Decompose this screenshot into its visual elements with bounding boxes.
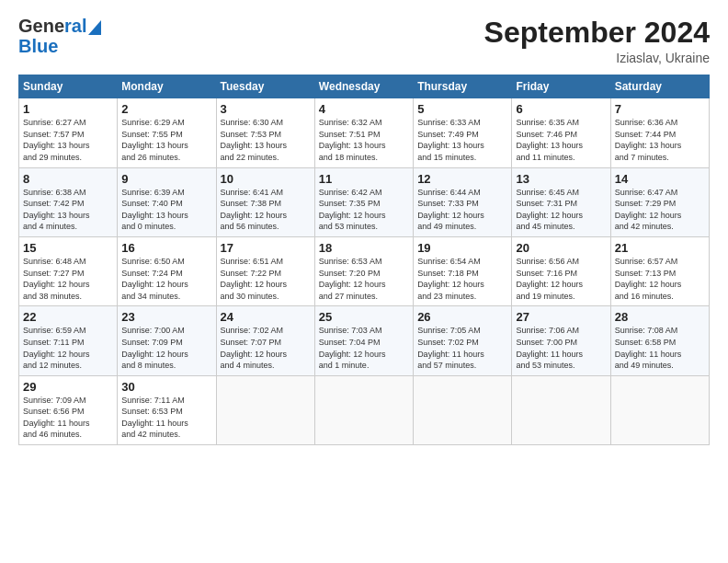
location: Iziaslav, Ukraine — [484, 51, 710, 65]
day-detail: Sunrise: 6:57 AMSunset: 7:13 PMDaylight:… — [615, 256, 705, 302]
calendar-table: SundayMondayTuesdayWednesdayThursdayFrid… — [18, 75, 710, 445]
day-detail: Sunrise: 6:51 AMSunset: 7:22 PMDaylight:… — [221, 256, 311, 302]
calendar-cell: 17Sunrise: 6:51 AMSunset: 7:22 PMDayligh… — [216, 236, 314, 305]
day-detail: Sunrise: 6:53 AMSunset: 7:20 PMDaylight:… — [319, 256, 409, 302]
day-number: 6 — [516, 102, 606, 116]
day-number: 10 — [221, 172, 311, 186]
day-number: 22 — [23, 310, 113, 324]
calendar-cell: 6Sunrise: 6:35 AMSunset: 7:46 PMDaylight… — [512, 98, 610, 167]
day-number: 24 — [221, 310, 311, 324]
day-detail: Sunrise: 7:11 AMSunset: 6:53 PMDaylight:… — [121, 395, 211, 441]
calendar-cell — [414, 375, 512, 444]
calendar-cell: 15Sunrise: 6:48 AMSunset: 7:27 PMDayligh… — [19, 236, 118, 305]
weekday-header-tuesday: Tuesday — [216, 75, 314, 98]
day-detail: Sunrise: 6:41 AMSunset: 7:38 PMDaylight:… — [221, 187, 311, 233]
title-block: September 2024 Iziaslav, Ukraine — [484, 17, 710, 65]
day-number: 11 — [319, 172, 409, 186]
day-detail: Sunrise: 7:08 AMSunset: 6:58 PMDaylight:… — [615, 325, 705, 371]
day-detail: Sunrise: 6:47 AMSunset: 7:29 PMDaylight:… — [615, 187, 705, 233]
weekday-header-monday: Monday — [118, 75, 216, 98]
day-number: 21 — [615, 241, 705, 255]
day-number: 15 — [23, 241, 113, 255]
calendar-cell: 2Sunrise: 6:29 AMSunset: 7:55 PMDaylight… — [118, 98, 216, 167]
day-number: 2 — [121, 102, 211, 116]
day-detail: Sunrise: 7:00 AMSunset: 7:09 PMDaylight:… — [121, 325, 211, 371]
day-number: 26 — [417, 310, 507, 324]
calendar-cell: 28Sunrise: 7:08 AMSunset: 6:58 PMDayligh… — [610, 306, 709, 375]
day-number: 12 — [417, 172, 507, 186]
calendar-cell — [512, 375, 610, 444]
month-title: September 2024 — [484, 17, 710, 49]
calendar-cell: 13Sunrise: 6:45 AMSunset: 7:31 PMDayligh… — [512, 167, 610, 236]
calendar-cell: 12Sunrise: 6:44 AMSunset: 7:33 PMDayligh… — [414, 167, 512, 236]
calendar-cell: 7Sunrise: 6:36 AMSunset: 7:44 PMDaylight… — [610, 98, 709, 167]
day-detail: Sunrise: 6:32 AMSunset: 7:51 PMDaylight:… — [319, 117, 409, 163]
day-detail: Sunrise: 6:35 AMSunset: 7:46 PMDaylight:… — [516, 117, 606, 163]
day-number: 28 — [615, 310, 705, 324]
day-detail: Sunrise: 6:30 AMSunset: 7:53 PMDaylight:… — [221, 117, 311, 163]
weekday-header-friday: Friday — [512, 75, 610, 98]
calendar-cell: 1Sunrise: 6:27 AMSunset: 7:57 PMDaylight… — [19, 98, 118, 167]
day-number: 17 — [221, 241, 311, 255]
day-detail: Sunrise: 6:29 AMSunset: 7:55 PMDaylight:… — [121, 117, 211, 163]
day-number: 9 — [121, 172, 211, 186]
weekday-header-thursday: Thursday — [414, 75, 512, 98]
day-number: 27 — [516, 310, 606, 324]
day-detail: Sunrise: 6:56 AMSunset: 7:16 PMDaylight:… — [516, 256, 606, 302]
day-detail: Sunrise: 6:44 AMSunset: 7:33 PMDaylight:… — [417, 187, 507, 233]
calendar-cell: 11Sunrise: 6:42 AMSunset: 7:35 PMDayligh… — [314, 167, 413, 236]
calendar-cell — [216, 375, 314, 444]
day-detail: Sunrise: 6:45 AMSunset: 7:31 PMDaylight:… — [516, 187, 606, 233]
day-number: 16 — [121, 241, 211, 255]
day-detail: Sunrise: 7:02 AMSunset: 7:07 PMDaylight:… — [221, 325, 311, 371]
calendar-cell: 18Sunrise: 6:53 AMSunset: 7:20 PMDayligh… — [314, 236, 413, 305]
calendar-cell: 19Sunrise: 6:54 AMSunset: 7:18 PMDayligh… — [414, 236, 512, 305]
svg-marker-0 — [88, 20, 101, 35]
calendar-cell: 3Sunrise: 6:30 AMSunset: 7:53 PMDaylight… — [216, 98, 314, 167]
day-number: 25 — [319, 310, 409, 324]
calendar-cell: 14Sunrise: 6:47 AMSunset: 7:29 PMDayligh… — [610, 167, 709, 236]
day-number: 1 — [23, 102, 113, 116]
calendar-cell: 23Sunrise: 7:00 AMSunset: 7:09 PMDayligh… — [118, 306, 216, 375]
calendar-cell: 20Sunrise: 6:56 AMSunset: 7:16 PMDayligh… — [512, 236, 610, 305]
calendar-cell: 8Sunrise: 6:38 AMSunset: 7:42 PMDaylight… — [19, 167, 118, 236]
day-detail: Sunrise: 7:05 AMSunset: 7:02 PMDaylight:… — [417, 325, 507, 371]
day-number: 30 — [121, 380, 211, 394]
calendar-cell: 22Sunrise: 6:59 AMSunset: 7:11 PMDayligh… — [19, 306, 118, 375]
day-detail: Sunrise: 7:06 AMSunset: 7:00 PMDaylight:… — [516, 325, 606, 371]
day-number: 18 — [319, 241, 409, 255]
day-number: 19 — [417, 241, 507, 255]
calendar-cell: 9Sunrise: 6:39 AMSunset: 7:40 PMDaylight… — [118, 167, 216, 236]
day-detail: Sunrise: 7:09 AMSunset: 6:56 PMDaylight:… — [23, 395, 113, 441]
day-detail: Sunrise: 6:33 AMSunset: 7:49 PMDaylight:… — [417, 117, 507, 163]
weekday-header-saturday: Saturday — [610, 75, 709, 98]
day-detail: Sunrise: 6:54 AMSunset: 7:18 PMDaylight:… — [417, 256, 507, 302]
day-detail: Sunrise: 6:38 AMSunset: 7:42 PMDaylight:… — [23, 187, 113, 233]
logo: General Blue — [18, 17, 101, 55]
weekday-header-sunday: Sunday — [19, 75, 118, 98]
day-number: 29 — [23, 380, 113, 394]
calendar-cell — [610, 375, 709, 444]
day-number: 8 — [23, 172, 113, 186]
calendar-cell: 4Sunrise: 6:32 AMSunset: 7:51 PMDaylight… — [314, 98, 413, 167]
day-detail: Sunrise: 6:36 AMSunset: 7:44 PMDaylight:… — [615, 117, 705, 163]
calendar-cell: 21Sunrise: 6:57 AMSunset: 7:13 PMDayligh… — [610, 236, 709, 305]
day-detail: Sunrise: 6:48 AMSunset: 7:27 PMDaylight:… — [23, 256, 113, 302]
day-detail: Sunrise: 6:39 AMSunset: 7:40 PMDaylight:… — [121, 187, 211, 233]
calendar-cell: 10Sunrise: 6:41 AMSunset: 7:38 PMDayligh… — [216, 167, 314, 236]
day-number: 7 — [615, 102, 705, 116]
calendar-cell: 30Sunrise: 7:11 AMSunset: 6:53 PMDayligh… — [118, 375, 216, 444]
day-number: 5 — [417, 102, 507, 116]
calendar-cell: 29Sunrise: 7:09 AMSunset: 6:56 PMDayligh… — [19, 375, 118, 444]
calendar-cell: 25Sunrise: 7:03 AMSunset: 7:04 PMDayligh… — [314, 306, 413, 375]
weekday-header-wednesday: Wednesday — [314, 75, 413, 98]
day-detail: Sunrise: 6:59 AMSunset: 7:11 PMDaylight:… — [23, 325, 113, 371]
day-detail: Sunrise: 6:42 AMSunset: 7:35 PMDaylight:… — [319, 187, 409, 233]
calendar-cell — [314, 375, 413, 444]
calendar-cell: 24Sunrise: 7:02 AMSunset: 7:07 PMDayligh… — [216, 306, 314, 375]
day-number: 14 — [615, 172, 705, 186]
calendar-cell: 26Sunrise: 7:05 AMSunset: 7:02 PMDayligh… — [414, 306, 512, 375]
calendar-cell: 16Sunrise: 6:50 AMSunset: 7:24 PMDayligh… — [118, 236, 216, 305]
day-detail: Sunrise: 7:03 AMSunset: 7:04 PMDaylight:… — [319, 325, 409, 371]
day-detail: Sunrise: 6:50 AMSunset: 7:24 PMDaylight:… — [121, 256, 211, 302]
